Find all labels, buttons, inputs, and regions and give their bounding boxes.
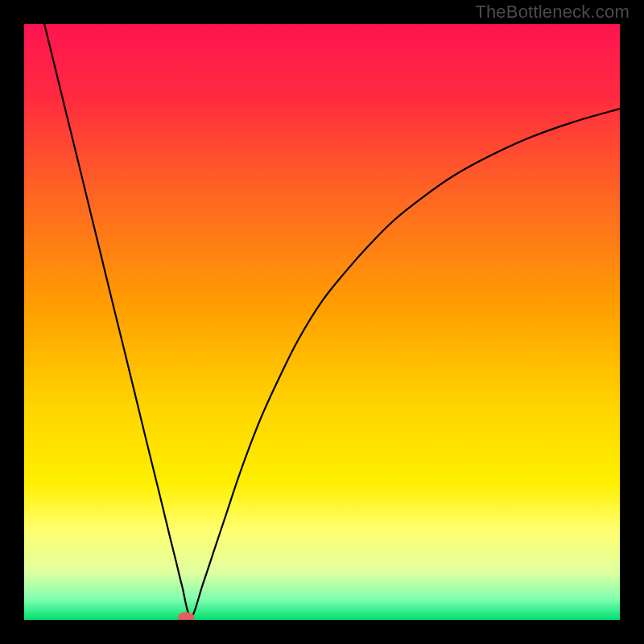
gradient-background — [24, 24, 620, 620]
chart-container: TheBottleneck.com — [0, 0, 644, 644]
watermark-text: TheBottleneck.com — [475, 2, 630, 23]
plot-area — [24, 24, 620, 620]
plot-svg — [24, 24, 620, 620]
